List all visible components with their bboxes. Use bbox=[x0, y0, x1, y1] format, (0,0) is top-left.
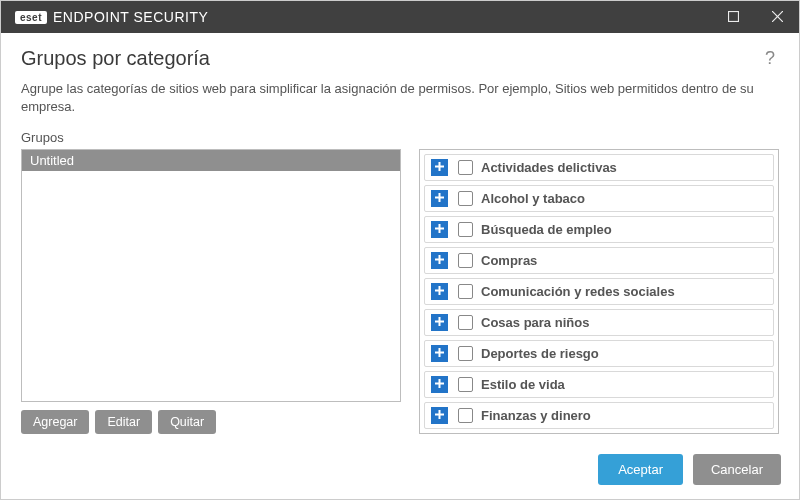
category-label: Alcohol y tabaco bbox=[481, 191, 585, 206]
expand-button[interactable] bbox=[431, 283, 448, 300]
category-row: Búsqueda de empleo bbox=[424, 216, 774, 243]
category-checkbox[interactable] bbox=[458, 377, 473, 392]
app-title: ENDPOINT SECURITY bbox=[53, 9, 208, 25]
category-row: Cosas para niños bbox=[424, 309, 774, 336]
category-row: Alcohol y tabaco bbox=[424, 185, 774, 212]
expand-button[interactable] bbox=[431, 376, 448, 393]
content-area: Grupos por categoría ? Agrupe las catego… bbox=[1, 33, 799, 444]
svg-rect-0 bbox=[728, 11, 738, 21]
svg-rect-6 bbox=[435, 197, 444, 199]
expand-button[interactable] bbox=[431, 252, 448, 269]
category-checkbox[interactable] bbox=[458, 433, 473, 434]
help-button[interactable]: ? bbox=[761, 48, 779, 69]
plus-icon bbox=[434, 346, 445, 361]
category-label: Cosas para niños bbox=[481, 315, 589, 330]
maximize-icon bbox=[728, 10, 739, 25]
category-checkbox[interactable] bbox=[458, 253, 473, 268]
close-button[interactable] bbox=[755, 1, 799, 33]
plus-icon bbox=[434, 377, 445, 392]
plus-icon bbox=[434, 284, 445, 299]
category-label: Deportes de riesgo bbox=[481, 346, 599, 361]
groups-label: Grupos bbox=[21, 130, 401, 145]
plus-icon bbox=[434, 191, 445, 206]
expand-button[interactable] bbox=[431, 190, 448, 207]
svg-rect-20 bbox=[435, 414, 444, 416]
category-checkbox[interactable] bbox=[458, 315, 473, 330]
plus-icon bbox=[434, 408, 445, 423]
category-label: Búsqueda de empleo bbox=[481, 222, 612, 237]
maximize-button[interactable] bbox=[711, 1, 755, 33]
category-row: Deportes de riesgo bbox=[424, 340, 774, 367]
category-checkbox[interactable] bbox=[458, 408, 473, 423]
expand-button[interactable] bbox=[431, 159, 448, 176]
add-button[interactable]: Agregar bbox=[21, 410, 89, 434]
window: eset ENDPOINT SECURITY Grupos por catego… bbox=[0, 0, 800, 500]
category-checkbox[interactable] bbox=[458, 160, 473, 175]
plus-icon bbox=[434, 315, 445, 330]
expand-button[interactable] bbox=[431, 314, 448, 331]
edit-button[interactable]: Editar bbox=[95, 410, 152, 434]
groups-list[interactable]: Untitled bbox=[21, 149, 401, 402]
svg-rect-14 bbox=[435, 321, 444, 323]
category-checkbox[interactable] bbox=[458, 191, 473, 206]
svg-rect-16 bbox=[435, 352, 444, 354]
group-item[interactable]: Untitled bbox=[22, 150, 400, 171]
category-label: Estilo de vida bbox=[481, 377, 565, 392]
description-text: Agrupe las categorías de sitios web para… bbox=[21, 80, 779, 116]
category-label: Comunicación y redes sociales bbox=[481, 284, 675, 299]
category-checkbox[interactable] bbox=[458, 222, 473, 237]
svg-rect-12 bbox=[435, 290, 444, 292]
category-row: Actividades delictivas bbox=[424, 154, 774, 181]
svg-rect-4 bbox=[435, 166, 444, 168]
expand-button[interactable] bbox=[431, 221, 448, 238]
expand-button[interactable] bbox=[431, 433, 448, 434]
category-row: Finanzas y dinero bbox=[424, 402, 774, 429]
category-row: Compras bbox=[424, 247, 774, 274]
category-checkbox[interactable] bbox=[458, 284, 473, 299]
svg-rect-8 bbox=[435, 228, 444, 230]
groups-panel: Grupos Untitled Agregar Editar Quitar bbox=[21, 130, 401, 434]
plus-icon bbox=[434, 222, 445, 237]
svg-rect-18 bbox=[435, 383, 444, 385]
close-icon bbox=[772, 10, 783, 25]
plus-icon bbox=[434, 433, 445, 434]
category-row: Comunicación y redes sociales bbox=[424, 278, 774, 305]
categories-panel: Actividades delictivasAlcohol y tabacoBú… bbox=[419, 130, 779, 434]
expand-button[interactable] bbox=[431, 407, 448, 424]
category-label: Compras bbox=[481, 253, 537, 268]
category-row bbox=[424, 433, 774, 434]
titlebar: eset ENDPOINT SECURITY bbox=[1, 1, 799, 33]
category-label: Finanzas y dinero bbox=[481, 408, 591, 423]
footer: Aceptar Cancelar bbox=[1, 444, 799, 499]
categories-list[interactable]: Actividades delictivasAlcohol y tabacoBú… bbox=[419, 149, 779, 434]
svg-rect-10 bbox=[435, 259, 444, 261]
page-title: Grupos por categoría bbox=[21, 47, 761, 70]
brand-logo: eset bbox=[15, 11, 47, 24]
remove-button[interactable]: Quitar bbox=[158, 410, 216, 434]
expand-button[interactable] bbox=[431, 345, 448, 362]
plus-icon bbox=[434, 253, 445, 268]
cancel-button[interactable]: Cancelar bbox=[693, 454, 781, 485]
category-checkbox[interactable] bbox=[458, 346, 473, 361]
ok-button[interactable]: Aceptar bbox=[598, 454, 683, 485]
plus-icon bbox=[434, 160, 445, 175]
category-row: Estilo de vida bbox=[424, 371, 774, 398]
category-label: Actividades delictivas bbox=[481, 160, 617, 175]
